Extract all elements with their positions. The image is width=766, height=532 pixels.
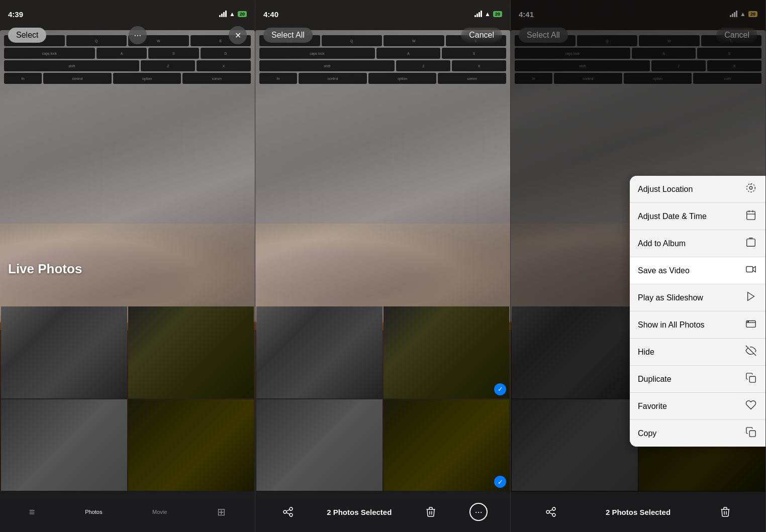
photos-tab-label: Photos: [85, 509, 102, 515]
thumbnail-2[interactable]: ✓: [384, 306, 510, 398]
video-icon: [744, 264, 757, 277]
key: fn: [259, 73, 297, 84]
location-icon: [744, 182, 757, 196]
signal-icon: [219, 11, 227, 17]
menu-item-adjust-date[interactable]: Adjust Date & Time: [630, 203, 765, 230]
menu-label-show-all-photos: Show in All Photos: [638, 321, 705, 330]
share-button[interactable]: [278, 502, 298, 522]
thumbnail-grid-2: ✓ ✓: [255, 305, 510, 492]
thumb-bg: [384, 399, 510, 491]
more-options-button[interactable]: ···: [129, 26, 147, 44]
context-menu: Adjust Location Adjust Date & Time Add t…: [630, 176, 765, 447]
menu-label-hide: Hide: [638, 348, 654, 357]
select-all-button[interactable]: Select All: [263, 28, 313, 43]
menu-item-favorite[interactable]: Favorite: [630, 393, 765, 420]
close-button[interactable]: ✕: [229, 26, 247, 44]
key: shift: [259, 60, 395, 71]
key: comm: [182, 73, 251, 84]
svg-rect-3: [747, 211, 755, 220]
panel-3: tab Q W E caps lock A S shift Z X fn con…: [511, 0, 766, 532]
menu-item-slideshow[interactable]: Play as Slideshow: [630, 284, 765, 311]
key: caps lock: [259, 48, 375, 59]
status-bar-2: 4:40 ▲ 20: [255, 0, 510, 22]
key: comm: [438, 73, 506, 84]
play-icon: [744, 291, 757, 304]
nav-bar-1: Select ··· ✕: [0, 22, 255, 48]
share-button-3[interactable]: [541, 502, 561, 522]
menu-label-adjust-location: Adjust Location: [638, 185, 693, 194]
svg-rect-8: [746, 267, 753, 272]
thumbnail-1[interactable]: [1, 306, 127, 398]
panel-2: tab Q W E caps lock A S shift Z X fn con…: [255, 0, 511, 532]
thumbnail-2[interactable]: [128, 306, 254, 398]
duplicate-icon: [744, 372, 757, 386]
photos-icon: [744, 318, 757, 332]
tab-grid[interactable]: ⊞: [211, 503, 232, 521]
battery-indicator: 20: [493, 11, 502, 17]
menu-item-adjust-location[interactable]: Adjust Location: [630, 176, 765, 203]
album-icon: [744, 237, 757, 250]
select-button[interactable]: Select: [8, 28, 46, 43]
keyboard-keys-2: tab Q W E caps lock A S shift Z X fn con…: [259, 35, 506, 301]
thumbnail-4[interactable]: [128, 399, 254, 491]
tab-menu[interactable]: ≡: [23, 503, 41, 521]
panel-1: tab Q W E caps lock A S D shift Z X fn c…: [0, 0, 255, 532]
menu-label-adjust-date: Adjust Date & Time: [638, 212, 707, 221]
menu-item-save-video[interactable]: Save as Video: [630, 257, 765, 284]
thumbnail-3[interactable]: [1, 399, 127, 491]
tab-movie[interactable]: Movie: [146, 506, 173, 518]
svg-point-0: [749, 186, 752, 189]
key: option: [113, 73, 181, 84]
nav-bar-2: Select All Cancel: [255, 22, 510, 48]
key: D: [201, 48, 251, 59]
time-2: 4:40: [263, 10, 278, 19]
bottom-toolbar-2: 2 Photos Selected ···: [255, 492, 510, 532]
key: Z: [396, 60, 450, 71]
svg-rect-7: [747, 239, 755, 247]
share-icon: [282, 506, 294, 518]
calendar-icon: [744, 209, 757, 223]
menu-label-favorite: Favorite: [638, 402, 667, 411]
menu-label-copy: Copy: [638, 429, 656, 438]
thumbnail-3[interactable]: [256, 399, 382, 491]
menu-label-save-video: Save as Video: [638, 266, 690, 275]
thumb-bg: [384, 306, 510, 398]
tab-photos[interactable]: Photos: [79, 506, 108, 518]
tab-bar-1: ≡ Photos Movie ⊞: [0, 492, 255, 532]
key: control: [43, 73, 112, 84]
key: fn: [4, 73, 42, 84]
menu-item-duplicate[interactable]: Duplicate: [630, 366, 765, 393]
share-icon: [545, 506, 557, 518]
menu-item-hide[interactable]: Hide: [630, 339, 765, 366]
thumbnail-4[interactable]: ✓: [384, 399, 510, 491]
hide-icon: [744, 345, 757, 359]
status-icons-2: ▲ 20: [474, 11, 502, 18]
copy-icon: [744, 427, 757, 440]
battery-indicator: 20: [238, 11, 247, 17]
cancel-button[interactable]: Cancel: [461, 28, 502, 43]
key: A: [97, 48, 147, 59]
menu-item-add-album[interactable]: Add to Album: [630, 230, 765, 257]
movie-tab-label: Movie: [152, 509, 167, 515]
thumbnail-1[interactable]: [256, 306, 382, 398]
menu-item-copy[interactable]: Copy: [630, 420, 765, 447]
menu-label-duplicate: Duplicate: [638, 375, 672, 384]
trash-icon: [425, 506, 437, 518]
thumbnail-grid-1: [0, 305, 255, 492]
svg-point-11: [748, 321, 749, 322]
status-icons-1: ▲ 20: [219, 11, 247, 18]
thumb-bg: [256, 306, 382, 398]
selected-count-3: 2 Photos Selected: [606, 508, 671, 516]
wifi-icon: ▲: [485, 11, 491, 18]
trash-button[interactable]: [421, 502, 441, 522]
key: option: [368, 73, 437, 84]
time-1: 4:39: [8, 10, 23, 19]
key: S: [148, 48, 199, 59]
more-options-button-2[interactable]: ···: [469, 503, 488, 521]
trash-button-3[interactable]: [715, 502, 735, 522]
key: shift: [4, 60, 139, 71]
thumb-bg: [128, 399, 254, 491]
menu-item-show-all-photos[interactable]: Show in All Photos: [630, 311, 765, 339]
status-bar-1: 4:39 ▲ 20: [0, 0, 255, 22]
signal-icon: [474, 11, 482, 17]
